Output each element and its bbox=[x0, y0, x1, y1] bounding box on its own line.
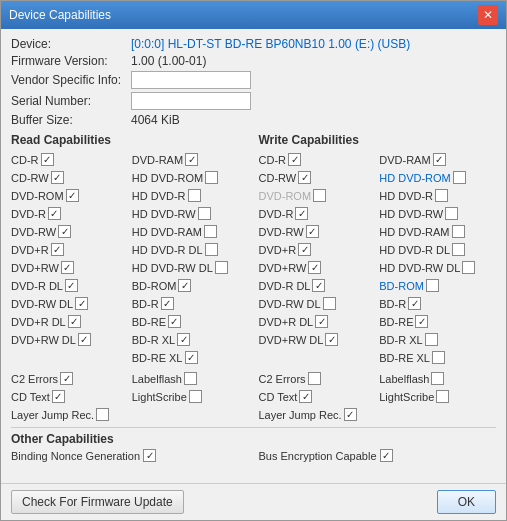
buffer-value: 4064 KiB bbox=[131, 113, 180, 127]
capability-item: DVD+R DL bbox=[11, 313, 128, 330]
capability-label: DVD-RW DL bbox=[259, 298, 321, 310]
capability-checkbox bbox=[325, 333, 338, 346]
capability-checkbox bbox=[380, 449, 393, 462]
capability-checkbox bbox=[61, 261, 74, 274]
capability-checkbox bbox=[308, 261, 321, 274]
other-capability-label: Bus Encryption Capable bbox=[259, 450, 377, 462]
capability-item: DVD+R bbox=[11, 241, 128, 258]
capability-label: CD-R bbox=[259, 154, 287, 166]
other-capability-item: Binding Nonce Generation bbox=[11, 449, 249, 462]
capability-label: HD DVD-ROM bbox=[379, 172, 451, 184]
capability-checkbox bbox=[58, 225, 71, 238]
capability-label: DVD+RW DL bbox=[11, 334, 76, 346]
capability-item: DVD-R bbox=[11, 205, 128, 222]
capability-label: LightScribe bbox=[379, 391, 434, 403]
capability-label: Layer Jump Rec. bbox=[259, 409, 342, 421]
capability-item: CD-RW bbox=[259, 169, 376, 186]
capability-item: HD DVD-RW DL bbox=[132, 259, 249, 276]
capability-checkbox bbox=[161, 297, 174, 310]
capability-checkbox bbox=[313, 189, 326, 202]
capability-item: BD-RE bbox=[379, 313, 496, 330]
capability-label: HD DVD-R DL bbox=[379, 244, 450, 256]
read-cap-grid: CD-RDVD-RAMCD-RWHD DVD-ROMDVD-ROMHD DVD-… bbox=[11, 151, 249, 366]
capability-checkbox bbox=[78, 333, 91, 346]
other-capability-item: Bus Encryption Capable bbox=[259, 449, 497, 462]
extra-capability-item: C2 Errors bbox=[259, 370, 376, 387]
capability-label: DVD-ROM bbox=[11, 190, 64, 202]
capability-item: DVD+R DL bbox=[259, 313, 376, 330]
capability-item: CD-R bbox=[11, 151, 128, 168]
capability-checkbox bbox=[344, 408, 357, 421]
capability-checkbox bbox=[48, 207, 61, 220]
close-button[interactable]: ✕ bbox=[478, 5, 498, 25]
capability-checkbox bbox=[204, 225, 217, 238]
capability-item: DVD+RW bbox=[259, 259, 376, 276]
window-title: Device Capabilities bbox=[9, 8, 111, 22]
device-row: Device: [0:0:0] HL-DT-ST BD-RE BP60NB10 … bbox=[11, 37, 496, 51]
capability-label: DVD-R DL bbox=[259, 280, 311, 292]
capability-label: C2 Errors bbox=[11, 373, 58, 385]
capability-label: DVD-RW DL bbox=[11, 298, 73, 310]
read-extra-grid: C2 ErrorsLabelflashCD TextLightScribeLay… bbox=[11, 370, 249, 423]
check-firmware-button[interactable]: Check For Firmware Update bbox=[11, 490, 184, 514]
capability-item: HD DVD-R DL bbox=[379, 241, 496, 258]
firmware-value: 1.00 (1.00-01) bbox=[131, 54, 206, 68]
capability-checkbox bbox=[452, 225, 465, 238]
capability-label: DVD-R DL bbox=[11, 280, 63, 292]
capability-item: BD-ROM bbox=[379, 277, 496, 294]
capability-checkbox bbox=[51, 243, 64, 256]
capability-label: DVD-RW bbox=[259, 226, 304, 238]
capability-checkbox bbox=[177, 333, 190, 346]
capability-label: BD-RE bbox=[132, 316, 166, 328]
capability-item: BD-RE XL bbox=[379, 349, 496, 366]
capability-checkbox bbox=[295, 207, 308, 220]
capability-item: HD DVD-RW bbox=[132, 205, 249, 222]
capability-label: DVD+RW DL bbox=[259, 334, 324, 346]
other-capability-label: Binding Nonce Generation bbox=[11, 450, 140, 462]
capability-checkbox bbox=[415, 315, 428, 328]
vendor-input[interactable] bbox=[131, 71, 251, 89]
capability-item: BD-R XL bbox=[132, 331, 249, 348]
capability-checkbox bbox=[433, 153, 446, 166]
capability-label: CD-RW bbox=[11, 172, 49, 184]
capability-label: DVD+RW bbox=[11, 262, 59, 274]
capability-label: DVD-RW bbox=[11, 226, 56, 238]
capability-checkbox bbox=[298, 171, 311, 184]
extra-capability-item: LightScribe bbox=[132, 388, 249, 405]
ok-button[interactable]: OK bbox=[437, 490, 496, 514]
capability-checkbox bbox=[51, 171, 64, 184]
capability-item: BD-RE bbox=[132, 313, 249, 330]
capability-item: HD DVD-R bbox=[132, 187, 249, 204]
capability-label: DVD-R bbox=[259, 208, 294, 220]
firmware-label: Firmware Version: bbox=[11, 54, 131, 68]
capability-label: DVD-ROM bbox=[259, 190, 312, 202]
capability-item: DVD-RW bbox=[259, 223, 376, 240]
extra-capability-item: Layer Jump Rec. bbox=[11, 406, 128, 423]
capability-label: HD DVD-RAM bbox=[132, 226, 202, 238]
capability-checkbox bbox=[432, 351, 445, 364]
capability-label: DVD+R bbox=[259, 244, 297, 256]
capability-label: BD-R XL bbox=[379, 334, 422, 346]
capability-item: HD DVD-RAM bbox=[379, 223, 496, 240]
capability-item: HD DVD-RW bbox=[379, 205, 496, 222]
read-cap-title: Read Capabilities bbox=[11, 133, 249, 147]
capability-label: LightScribe bbox=[132, 391, 187, 403]
write-capabilities-column: Write Capabilities CD-RDVD-RAMCD-RWHD DV… bbox=[259, 133, 497, 423]
capability-checkbox bbox=[426, 279, 439, 292]
main-content: Device: [0:0:0] HL-DT-ST BD-RE BP60NB10 … bbox=[1, 29, 506, 483]
capability-label: HD DVD-RAM bbox=[379, 226, 449, 238]
capability-item: DVD+R bbox=[259, 241, 376, 258]
capability-label: DVD-R bbox=[11, 208, 46, 220]
capability-label: BD-R XL bbox=[132, 334, 175, 346]
device-capabilities-window: Device Capabilities ✕ Device: [0:0:0] HL… bbox=[0, 0, 507, 521]
capability-label: HD DVD-RW bbox=[379, 208, 443, 220]
capability-item: HD DVD-R DL bbox=[132, 241, 249, 258]
capability-item: CD-R bbox=[259, 151, 376, 168]
capability-checkbox bbox=[185, 351, 198, 364]
extra-capability-item: Labelflash bbox=[132, 370, 249, 387]
capability-item: HD DVD-RAM bbox=[132, 223, 249, 240]
capability-checkbox bbox=[425, 333, 438, 346]
capabilities-section: Read Capabilities CD-RDVD-RAMCD-RWHD DVD… bbox=[11, 133, 496, 423]
serial-input[interactable] bbox=[131, 92, 251, 110]
buffer-row: Buffer Size: 4064 KiB bbox=[11, 113, 496, 127]
